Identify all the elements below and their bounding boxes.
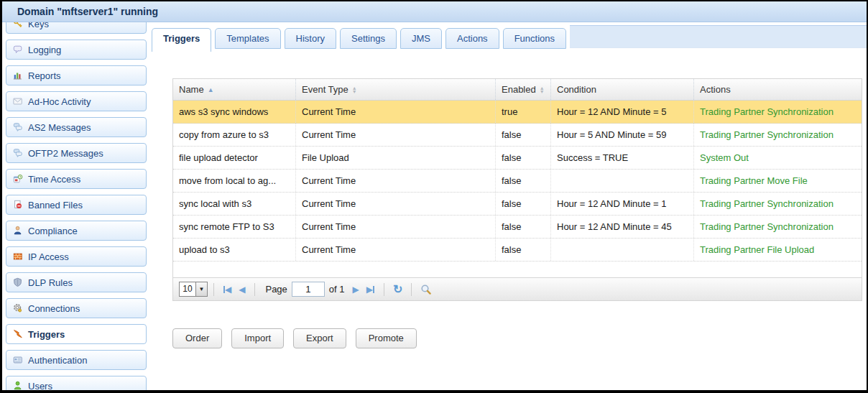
table-row[interactable]: sync remote FTP to S3 Current Time false… bbox=[173, 216, 862, 239]
cell-actions: Trading Partner File Upload bbox=[694, 239, 862, 261]
envelope-icon bbox=[13, 96, 23, 106]
sidebar-item-label: OFTP2 Messages bbox=[28, 148, 103, 159]
sidebar-item-reports[interactable]: Reports bbox=[6, 65, 147, 85]
sidebar-item-label: IP Access bbox=[28, 251, 69, 262]
import-button[interactable]: Import bbox=[231, 328, 284, 348]
key-icon bbox=[13, 22, 23, 29]
prev-page-button[interactable]: ◀ bbox=[239, 285, 245, 295]
cell-condition: Success = TRUE bbox=[551, 147, 694, 169]
sidebar-item-authentication[interactable]: Authentication bbox=[6, 350, 147, 370]
banned-file-icon bbox=[13, 200, 23, 210]
cell-condition: Hour = 12 AND Minute = 1 bbox=[551, 193, 694, 215]
sidebar-item-dlp-rules[interactable]: DLP Rules bbox=[6, 272, 147, 292]
column-header-condition[interactable]: Condition bbox=[551, 79, 694, 100]
page-size-select[interactable]: 10 ▼ bbox=[179, 282, 208, 297]
tab-bar: Triggers Templates History Settings JMS … bbox=[152, 25, 867, 52]
first-page-button[interactable]: ◀ bbox=[223, 285, 231, 295]
sidebar-item-logging[interactable]: Logging bbox=[6, 40, 147, 60]
promote-button[interactable]: Promote bbox=[356, 328, 417, 348]
column-header-name[interactable]: Name ▲ bbox=[173, 79, 296, 100]
sidebar-item-label: Connections bbox=[28, 303, 80, 314]
table-row[interactable]: aws s3 sync windows Current Time true Ho… bbox=[173, 101, 862, 124]
sidebar-item-connections[interactable]: Connections bbox=[6, 298, 147, 318]
window-title: Domain "mftserver1" running bbox=[2, 1, 867, 22]
cell-name: sync local with s3 bbox=[173, 193, 296, 215]
cell-enabled: false bbox=[496, 216, 551, 238]
table-header-row: Name ▲ Event Type ▲▼ Enabled ▲▼ Conditio… bbox=[173, 79, 862, 101]
shield-icon bbox=[13, 277, 23, 287]
tab-triggers[interactable]: Triggers bbox=[152, 28, 211, 52]
column-header-actions[interactable]: Actions bbox=[694, 79, 862, 100]
cell-name: aws s3 sync windows bbox=[173, 101, 296, 123]
column-header-enabled[interactable]: Enabled ▲▼ bbox=[496, 79, 551, 100]
sidebar-item-as2-messages[interactable]: AS2 Messages bbox=[6, 117, 147, 137]
speech-bubble-icon bbox=[13, 45, 23, 55]
cell-enabled: true bbox=[496, 101, 551, 123]
sidebar-item-users[interactable]: Users bbox=[6, 376, 147, 390]
sidebar-item-time-access[interactable]: Time Access bbox=[6, 169, 147, 189]
page-number-input[interactable] bbox=[292, 282, 325, 297]
cell-condition: Hour = 12 AND Minute = 5 bbox=[551, 101, 694, 123]
id-card-icon bbox=[13, 355, 23, 365]
refresh-button[interactable]: ↻ bbox=[393, 282, 402, 296]
cell-enabled: false bbox=[496, 147, 551, 169]
tab-jms[interactable]: JMS bbox=[400, 28, 442, 49]
separator bbox=[411, 283, 412, 296]
table-row[interactable]: upload to s3 Current Time false Trading … bbox=[173, 239, 862, 262]
sidebar-item-label: Logging bbox=[28, 45, 61, 55]
last-page-button[interactable]: ▶ bbox=[366, 285, 374, 295]
cell-actions: Trading Partner Synchronization bbox=[694, 124, 862, 146]
cell-condition bbox=[551, 170, 694, 192]
cell-enabled: false bbox=[496, 124, 551, 146]
pager-toolbar: 10 ▼ ◀ ◀ Page of 1 ▶ ▶ ↻ bbox=[173, 277, 862, 300]
order-button[interactable]: Order bbox=[172, 328, 222, 348]
sidebar-item-keys[interactable]: Keys bbox=[6, 22, 147, 34]
content-area: Triggers Templates History Settings JMS … bbox=[147, 22, 867, 390]
sidebar: Keys Logging Reports Ad-Hoc Activity AS2… bbox=[6, 22, 147, 390]
column-header-event-type[interactable]: Event Type ▲▼ bbox=[296, 79, 496, 100]
tab-actions[interactable]: Actions bbox=[445, 28, 499, 49]
tab-history[interactable]: History bbox=[285, 28, 336, 49]
sidebar-item-compliance[interactable]: Compliance bbox=[6, 221, 147, 241]
sidebar-item-triggers[interactable]: Triggers bbox=[6, 324, 147, 344]
cell-event-type: Current Time bbox=[296, 101, 496, 123]
cell-condition bbox=[551, 239, 694, 261]
tab-settings[interactable]: Settings bbox=[340, 28, 397, 49]
sidebar-item-ip-access[interactable]: IP Access bbox=[6, 246, 147, 267]
firewall-icon bbox=[13, 251, 23, 262]
cell-actions: System Out bbox=[694, 147, 862, 169]
tab-functions[interactable]: Functions bbox=[503, 28, 566, 49]
cell-event-type: Current Time bbox=[296, 170, 496, 192]
chevron-down-icon: ▼ bbox=[195, 282, 207, 296]
table-row[interactable]: move from local to ag... Current Time fa… bbox=[173, 170, 862, 193]
prev-page-icon: ◀ bbox=[239, 285, 245, 295]
sidebar-item-adhoc-activity[interactable]: Ad-Hoc Activity bbox=[6, 91, 147, 111]
search-button[interactable] bbox=[420, 284, 432, 295]
cell-enabled: false bbox=[496, 193, 551, 215]
cell-event-type: Current Time bbox=[296, 193, 496, 215]
cell-actions: Trading Partner Move File bbox=[694, 170, 862, 192]
sidebar-item-label: AS2 Messages bbox=[28, 122, 91, 133]
table-row[interactable]: file upload detector File Upload false S… bbox=[173, 147, 862, 170]
tab-templates[interactable]: Templates bbox=[215, 28, 280, 49]
sidebar-item-banned-files[interactable]: Banned Files bbox=[6, 195, 147, 215]
cell-name: move from local to ag... bbox=[173, 170, 296, 192]
sidebar-item-oftp2-messages[interactable]: OFTP2 Messages bbox=[6, 143, 147, 163]
sidebar-item-label: Keys bbox=[28, 22, 49, 29]
table-row[interactable]: sync local with s3 Current Time false Ho… bbox=[173, 193, 862, 216]
cell-event-type: Current Time bbox=[296, 124, 496, 146]
cell-event-type: Current Time bbox=[296, 216, 496, 238]
cell-actions: Trading Partner Synchronization bbox=[694, 216, 862, 238]
export-button[interactable]: Export bbox=[293, 328, 346, 348]
sidebar-item-label: Reports bbox=[28, 70, 61, 81]
table-row[interactable]: copy from azure to s3 Current Time false… bbox=[173, 124, 862, 147]
separator bbox=[254, 283, 255, 296]
sort-asc-icon: ▲ bbox=[208, 86, 214, 93]
sort-icon: ▲▼ bbox=[540, 86, 545, 93]
gear-icon bbox=[13, 303, 23, 313]
footer-button-bar: Order Import Export Promote bbox=[172, 328, 417, 348]
chat-bubbles-icon bbox=[13, 148, 23, 158]
cell-actions: Trading Partner Synchronization bbox=[694, 193, 862, 215]
triggers-table: Name ▲ Event Type ▲▼ Enabled ▲▼ Conditio… bbox=[172, 78, 862, 301]
next-page-button[interactable]: ▶ bbox=[353, 285, 359, 295]
